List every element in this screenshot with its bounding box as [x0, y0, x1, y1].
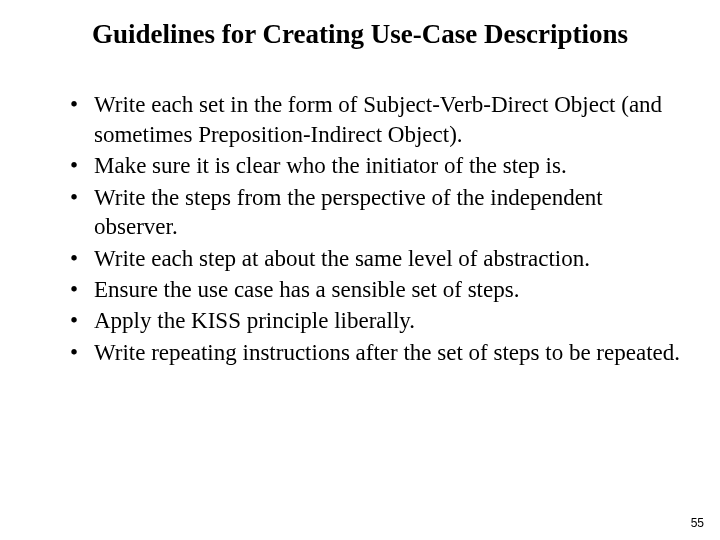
page-title: Guidelines for Creating Use-Case Descrip… — [30, 18, 690, 50]
list-item: Ensure the use case has a sensible set o… — [70, 275, 690, 304]
list-item: Write each step at about the same level … — [70, 244, 690, 273]
list-item: Apply the KISS principle liberally. — [70, 306, 690, 335]
list-item: Make sure it is clear who the initiator … — [70, 151, 690, 180]
list-item: Write each set in the form of Subject-Ve… — [70, 90, 690, 149]
page-number: 55 — [691, 516, 704, 530]
list-item: Write the steps from the perspective of … — [70, 183, 690, 242]
guidelines-list: Write each set in the form of Subject-Ve… — [30, 90, 690, 367]
list-item: Write repeating instructions after the s… — [70, 338, 690, 367]
